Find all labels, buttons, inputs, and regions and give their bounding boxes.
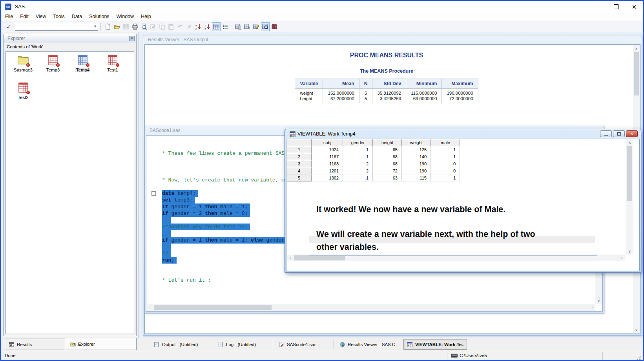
viewtable-cell[interactable]: 1 xyxy=(343,146,373,153)
menu-item-window[interactable]: Window xyxy=(113,13,137,21)
explorer-item-sasmac3[interactable]: Sasmac3 xyxy=(9,54,37,73)
scroll-right-icon[interactable]: › xyxy=(618,255,625,261)
viewtable-cell[interactable]: 63 xyxy=(373,174,402,181)
viewtable-cell[interactable]: 68 xyxy=(373,153,402,160)
menu-item-tools[interactable]: Tools xyxy=(50,13,68,21)
viewtable-col-gender[interactable]: gender xyxy=(343,139,373,146)
viewtable-col-male[interactable]: male xyxy=(431,139,460,146)
scroll-up-icon[interactable]: ∧ xyxy=(626,139,633,146)
viewtable-titlebar[interactable]: VIEWTABLE: Work.Temp4 ✕ xyxy=(286,129,640,139)
explorer-item-temp3[interactable]: Temp3 xyxy=(39,54,67,73)
viewtable-cell[interactable]: 115 xyxy=(402,174,431,181)
viewtable-restore-button[interactable] xyxy=(613,130,625,137)
viewtable-cell[interactable]: 2 xyxy=(343,167,373,174)
sort-descending-icon[interactable]: za xyxy=(203,22,212,31)
viewtable-corner-cell[interactable] xyxy=(286,139,312,146)
code-line-19[interactable]: * Let's run it ; xyxy=(162,277,602,284)
viewtable-cell[interactable]: 72 xyxy=(373,167,402,174)
viewtable-minimize-button[interactable] xyxy=(600,130,612,137)
list-view-icon[interactable] xyxy=(221,22,230,31)
menu-item-solutions[interactable]: Solutions xyxy=(86,13,113,21)
command-input[interactable] xyxy=(16,24,90,30)
print-preview-icon[interactable] xyxy=(140,22,148,31)
print-icon[interactable] xyxy=(131,22,139,31)
scroll-left-icon[interactable]: ‹ xyxy=(147,304,153,311)
help-book-icon[interactable]: ? xyxy=(270,22,279,31)
tab-results[interactable]: Results xyxy=(5,339,65,350)
delete-icon[interactable]: ✕ xyxy=(185,22,193,31)
scroll-down-icon[interactable]: ∨ xyxy=(633,326,640,333)
row-number-cell[interactable]: 5 xyxy=(286,174,312,181)
explorer-titlebar[interactable]: Explorer ✕ xyxy=(4,34,136,43)
close-button[interactable]: ✕ xyxy=(625,1,643,13)
viewtable-cell[interactable]: 1302 xyxy=(312,174,343,181)
resize-grip[interactable] xyxy=(637,356,641,360)
scroll-left-icon[interactable]: ‹ xyxy=(287,255,294,261)
minimize-button[interactable] xyxy=(589,1,607,13)
taskbar-button-1[interactable]: Output - (Untitled) xyxy=(151,339,210,350)
submit-command-icon[interactable]: ✓ xyxy=(5,23,13,31)
scroll-thumb[interactable] xyxy=(154,305,272,310)
explorer-item-test2[interactable]: Test2 xyxy=(9,82,37,101)
undo-icon[interactable]: ↶ xyxy=(176,22,184,31)
viewtable-cell[interactable]: 65 xyxy=(373,146,402,153)
row-number-cell[interactable]: 2 xyxy=(286,153,312,160)
viewtable-vscrollbar[interactable]: ∧ ∨ xyxy=(626,139,633,255)
sort-ascending-icon[interactable]: az xyxy=(194,22,203,31)
paste-icon[interactable] xyxy=(167,22,175,31)
viewtable-cell[interactable]: 1167 xyxy=(312,153,343,160)
taskbar-button-5[interactable]: VIEWTABLE: Work.Te... xyxy=(403,339,467,350)
viewtable-cell[interactable]: 1 xyxy=(343,174,373,181)
menu-item-edit[interactable]: Edit xyxy=(16,13,32,21)
open-folder-icon[interactable] xyxy=(113,22,121,31)
viewtable-col-subj[interactable]: subj xyxy=(312,139,343,146)
collapse-minus-icon[interactable]: − xyxy=(151,191,156,196)
scroll-up-icon[interactable]: ∧ xyxy=(633,45,640,52)
taskbar-button-4[interactable]: Results Viewer - SAS Ou... xyxy=(336,339,398,350)
scroll-down-icon[interactable]: ∨ xyxy=(595,297,602,304)
row-number-cell[interactable]: 4 xyxy=(286,167,312,174)
table-view-icon[interactable] xyxy=(212,22,221,31)
new-document-icon[interactable] xyxy=(104,22,112,31)
copy-table-icon[interactable] xyxy=(234,22,243,31)
command-combobox[interactable]: ▾ xyxy=(15,23,98,31)
view-table-icon[interactable] xyxy=(261,22,270,31)
menu-item-help[interactable]: Help xyxy=(137,13,155,21)
viewtable-cell[interactable]: 0 xyxy=(431,167,460,174)
viewtable-cell[interactable]: 1 xyxy=(431,153,460,160)
scroll-thumb[interactable] xyxy=(627,146,632,201)
chevron-down-icon[interactable]: ▾ xyxy=(94,24,96,28)
viewtable-cell[interactable]: 1 xyxy=(431,174,460,181)
viewtable-cell[interactable]: 140 xyxy=(402,153,431,160)
viewtable-window[interactable]: VIEWTABLE: Work.Temp4 ✕ subjgenderheight… xyxy=(285,129,641,273)
viewtable-col-height[interactable]: height xyxy=(373,139,402,146)
explorer-item-test1[interactable]: Test1 xyxy=(99,54,127,73)
viewtable-cell[interactable]: 190 xyxy=(402,167,431,174)
menu-item-data[interactable]: Data xyxy=(68,13,86,21)
tab-explorer[interactable]: Explorer xyxy=(66,338,137,350)
viewtable-cell[interactable]: 190 xyxy=(402,160,431,167)
working-directory[interactable]: C:\Users\tve5 xyxy=(451,353,487,358)
viewtable-close-button[interactable]: ✕ xyxy=(626,130,638,137)
viewtable-cell[interactable]: 125 xyxy=(402,146,431,153)
row-number-cell[interactable]: 3 xyxy=(286,160,312,167)
explorer-item-temp4[interactable]: Temp4 xyxy=(69,54,97,73)
explorer-close-icon[interactable]: ✕ xyxy=(129,36,135,41)
maximize-button[interactable] xyxy=(607,1,625,13)
viewtable-cell[interactable]: 1201 xyxy=(312,167,343,174)
paste-table-icon[interactable] xyxy=(243,22,252,31)
copy-icon[interactable] xyxy=(158,22,166,31)
scroll-down-icon[interactable]: ∨ xyxy=(626,248,633,255)
viewtable-cell[interactable]: 1 xyxy=(343,153,373,160)
viewtable-cell[interactable]: 0 xyxy=(431,160,460,167)
menu-item-view[interactable]: View xyxy=(32,13,50,21)
editor-hscrollbar[interactable]: ‹ › xyxy=(147,304,595,311)
scroll-thumb[interactable] xyxy=(634,52,639,95)
edit-table-icon[interactable] xyxy=(252,22,261,31)
results-viewer-titlebar[interactable]: Results Viewer - SAS Output xyxy=(144,35,640,44)
edit-note-icon[interactable] xyxy=(149,22,157,31)
viewtable-cell[interactable]: 2 xyxy=(343,160,373,167)
taskbar-button-3[interactable]: SAScode1.sas xyxy=(275,339,331,350)
menu-item-file[interactable]: File xyxy=(2,13,16,21)
viewtable-col-weight[interactable]: weight xyxy=(402,139,431,146)
